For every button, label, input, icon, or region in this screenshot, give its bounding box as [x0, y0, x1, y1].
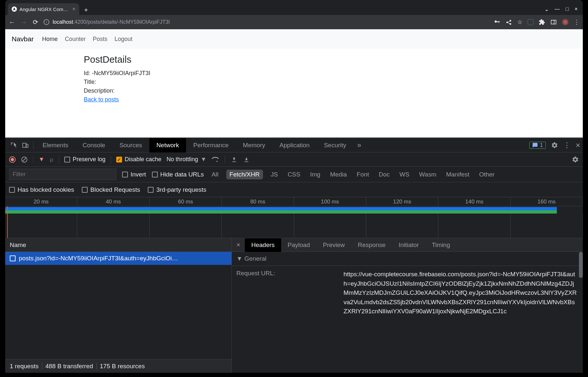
address-bar[interactable]: i localhost:4200/posts/details/-NcMY59ii… — [44, 19, 489, 25]
navbar-brand: Navbar — [12, 35, 34, 43]
site-info-icon[interactable]: i — [44, 19, 49, 25]
detail-tab-headers[interactable]: Headers — [245, 238, 281, 252]
filter-wasm[interactable]: Wasm — [417, 170, 438, 179]
status-requests: 1 requests — [10, 363, 39, 370]
request-url-label: Request URL: — [236, 270, 344, 316]
detail-tab-payload[interactable]: Payload — [281, 238, 317, 252]
blocked-cookies-checkbox[interactable]: Has blocked cookies — [9, 186, 74, 193]
browser-tab[interactable]: A Angular NGRX Complete C × — [8, 3, 79, 15]
minimize-icon[interactable]: — — [555, 6, 560, 12]
close-devtools-icon[interactable]: × — [576, 141, 580, 150]
clear-icon[interactable] — [21, 156, 28, 163]
filter-ws[interactable]: WS — [397, 170, 411, 179]
post-id: Id: -NcMY59iiOIArpiFJT3I — [84, 69, 583, 78]
hide-data-urls-checkbox[interactable]: Hide data URLs — [152, 171, 204, 178]
close-detail-icon[interactable]: × — [232, 241, 245, 249]
bookmark-star-icon[interactable]: ☆ — [517, 19, 522, 26]
tab-performance[interactable]: Performance — [186, 138, 236, 152]
nav-posts[interactable]: Posts — [93, 36, 107, 43]
upload-icon[interactable] — [231, 156, 237, 163]
wifi-settings-icon[interactable] — [212, 156, 219, 163]
download-icon[interactable] — [243, 156, 250, 163]
maximize-icon[interactable]: □ — [566, 6, 569, 12]
status-transferred: 488 B transferred — [45, 363, 93, 370]
filter-icon[interactable]: ▼ — [39, 156, 44, 163]
filter-fetch-xhr[interactable]: Fetch/XHR — [226, 170, 263, 179]
request-name: posts.json?id=-NcMY59iiOIArpiFJT3I&auth=… — [19, 255, 178, 262]
nav-logout[interactable]: Logout — [115, 36, 132, 43]
profile-avatar[interactable] — [562, 19, 569, 25]
preserve-log-checkbox[interactable]: Preserve log — [64, 156, 106, 163]
filter-media[interactable]: Media — [328, 170, 349, 179]
tab-security[interactable]: Security — [317, 138, 354, 152]
filter-manifest[interactable]: Manifest — [444, 170, 471, 179]
filter-all[interactable]: All — [210, 170, 220, 179]
tab-sources[interactable]: Sources — [112, 138, 149, 152]
filter-other[interactable]: Other — [477, 170, 497, 179]
filter-img[interactable]: Img — [308, 170, 322, 179]
inspect-icon[interactable] — [8, 139, 19, 151]
disable-cache-checkbox[interactable]: ✓Disable cache — [116, 156, 161, 163]
panel-icon[interactable] — [550, 19, 557, 25]
new-tab-button[interactable]: + — [81, 5, 91, 15]
status-resources: 175 B resources — [100, 363, 145, 370]
tab-title: Angular NGRX Complete C — [19, 6, 70, 12]
extension-icon-1[interactable] — [528, 19, 533, 25]
post-title: Title: — [84, 78, 583, 86]
extensions-icon[interactable] — [539, 19, 545, 25]
back-icon[interactable]: ← — [8, 19, 16, 26]
key-icon[interactable] — [494, 19, 500, 25]
tab-console[interactable]: Console — [75, 138, 112, 152]
nav-home[interactable]: Home — [42, 36, 58, 43]
third-party-checkbox[interactable]: 3rd-party requests — [148, 186, 206, 193]
tab-memory[interactable]: Memory — [236, 138, 272, 152]
tab-network[interactable]: Network — [149, 138, 186, 152]
network-settings-gear-icon[interactable] — [572, 156, 579, 163]
invert-checkbox[interactable]: Invert — [122, 171, 146, 178]
device-toggle-icon[interactable] — [19, 139, 31, 151]
request-checkbox[interactable] — [10, 255, 16, 261]
issues-badge[interactable]: 1 — [529, 142, 546, 149]
filter-font[interactable]: Font — [355, 170, 371, 179]
scrollbar[interactable] — [579, 252, 583, 278]
filter-input[interactable] — [9, 169, 116, 180]
filter-doc[interactable]: Doc — [377, 170, 392, 179]
tab-elements[interactable]: Elements — [35, 138, 75, 152]
search-icon[interactable]: ⌕ — [50, 156, 54, 163]
gear-icon[interactable] — [551, 142, 558, 149]
caret-down-icon: ▼ — [236, 255, 243, 262]
post-description: Description: — [84, 86, 583, 95]
detail-tab-response[interactable]: Response — [351, 238, 392, 252]
network-timeline[interactable]: 20 ms 40 ms 60 ms 80 ms 100 ms 120 ms 14… — [5, 197, 583, 238]
url-path: /posts/details/-NcMY59iiOIArpiFJT3I — [86, 19, 170, 25]
svg-line-3 — [23, 158, 26, 161]
request-row[interactable]: posts.json?id=-NcMY59iiOIArpiFJT3I&auth=… — [5, 252, 231, 265]
throttling-select[interactable]: No throttling ▼ — [167, 156, 206, 163]
detail-tab-timing[interactable]: Timing — [425, 238, 457, 252]
chevron-down-icon[interactable]: ⌄ — [544, 6, 549, 12]
url-host: localhost — [53, 19, 73, 25]
url-port: :4200 — [73, 19, 86, 25]
filter-js[interactable]: JS — [269, 170, 280, 179]
general-section-toggle[interactable]: ▼ General — [232, 252, 583, 266]
request-url-value: https://vue-completecourse.firebaseio.co… — [344, 270, 578, 316]
detail-tab-initiator[interactable]: Initiator — [392, 238, 425, 252]
more-tabs-icon[interactable]: » — [353, 141, 365, 150]
tab-application[interactable]: Application — [272, 138, 317, 152]
kebab-icon[interactable]: ⋮ — [563, 141, 570, 150]
share-icon[interactable] — [506, 19, 512, 25]
page-heading: PostDetails — [84, 53, 583, 67]
forward-icon: → — [20, 19, 27, 26]
record-icon[interactable] — [9, 156, 16, 163]
filter-css[interactable]: CSS — [286, 170, 302, 179]
back-to-posts-link[interactable]: Back to posts — [84, 96, 119, 103]
blocked-requests-checkbox[interactable]: Blocked Requests — [82, 186, 140, 193]
favicon: A — [12, 6, 17, 12]
close-window-icon[interactable]: × — [575, 6, 578, 12]
nav-counter[interactable]: Counter — [65, 36, 86, 43]
reload-icon[interactable]: ⟳ — [32, 18, 39, 26]
close-tab-icon[interactable]: × — [72, 6, 75, 12]
request-list-header[interactable]: Name — [5, 238, 231, 252]
kebab-menu-icon[interactable]: ⋮ — [574, 19, 580, 26]
detail-tab-preview[interactable]: Preview — [317, 238, 352, 252]
